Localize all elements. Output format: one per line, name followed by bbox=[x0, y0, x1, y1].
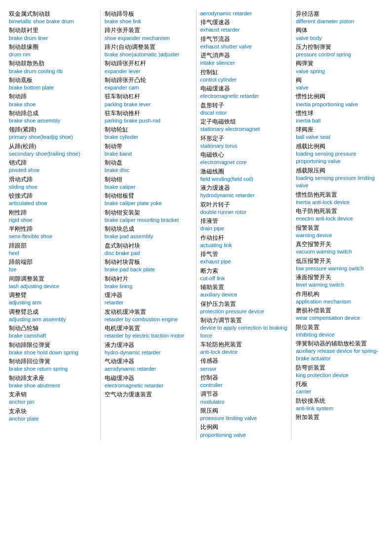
entry-english: sliding shoe bbox=[9, 183, 96, 191]
entry-english: exhaust retarder bbox=[200, 26, 288, 34]
entry-english: sensor bbox=[200, 365, 288, 373]
list-item: 电子防抱死装置eoectro anti-lock device bbox=[296, 207, 383, 222]
entry-chinese: 制动底板 bbox=[9, 76, 96, 84]
entry-english: inertia ball bbox=[296, 117, 383, 125]
list-item: 铰接式蹄articulated shoe bbox=[9, 192, 96, 207]
list-item: 制动鼓散热肋brake drum cooling rib bbox=[9, 59, 96, 75]
list-item: 制动盘brake disc bbox=[105, 159, 192, 174]
entry-chinese: 刚性蹄 bbox=[9, 209, 96, 216]
entry-english: hydro-dynamic retarder bbox=[105, 349, 192, 356]
entry-english: exhaust pipe bbox=[200, 258, 288, 265]
entry-english: brake shoe link bbox=[105, 18, 192, 25]
list-item: 制动蹄张开杠杆expander lever bbox=[105, 59, 192, 75]
entry-english: disc brake pad bbox=[105, 250, 192, 257]
entry-chinese: 滑动式蹄 bbox=[9, 175, 96, 183]
entry-english: brake shoe abutment bbox=[9, 382, 96, 389]
list-item: 制动蹄限位弹簧brake shoe hold down spring bbox=[9, 341, 96, 356]
entry-chinese: 制动蹄张开凸轮 bbox=[105, 76, 192, 84]
list-item: 半刚性蹄semi-flexible shoe bbox=[9, 225, 96, 240]
list-item: 真空报警开关vacuum warning switch bbox=[296, 240, 383, 256]
list-item: 排液管drain pipe bbox=[200, 217, 288, 232]
entry-english: control cylinder bbox=[200, 76, 288, 84]
entry-english: carrier bbox=[296, 388, 383, 395]
entry-chinese: 制动钳安装架 bbox=[105, 209, 192, 216]
entry-chinese: 定子电磁铁组 bbox=[200, 118, 288, 126]
entry-english: brake bottom plate bbox=[9, 84, 96, 91]
list-item: 领蹄(紧蹄)primary shoe(leadjig shoe) bbox=[9, 126, 96, 141]
entry-chinese: 真空报警开关 bbox=[296, 240, 383, 248]
entry-chinese: 排气节流器 bbox=[200, 35, 288, 43]
list-item: 电机缓冲装置retarder by electric traction moto… bbox=[105, 324, 192, 340]
entry-chinese: 制动轮缸 bbox=[105, 126, 192, 133]
list-item: 支承销anchor pin bbox=[9, 390, 96, 406]
entry-english: loading sensing pressure limiting valve bbox=[296, 174, 383, 190]
list-item: 气动缓冲器aerodynamic retarder bbox=[105, 357, 192, 373]
entry-chinese: 双金属式制动鼓 bbox=[9, 10, 96, 18]
entry-chinese: 制动蹄限位弹簧 bbox=[9, 341, 96, 349]
entry-chinese: 惯性球 bbox=[296, 109, 383, 117]
list-item: 限压阀proessure limiting valve bbox=[200, 407, 288, 422]
entry-chinese: 领蹄(紧蹄) bbox=[9, 126, 96, 133]
list-item: 空气动力缓速装置 bbox=[105, 390, 192, 398]
list-item: 制动带brake band bbox=[105, 142, 192, 158]
list-item: 蹄片(自动)调整装置brake shoe(automatic )adjuster bbox=[105, 43, 192, 58]
list-item: 调整臂总成adjusting arm assembly bbox=[9, 308, 96, 323]
entry-english: discal rotor bbox=[200, 109, 288, 117]
entry-english: valve body bbox=[296, 35, 383, 42]
entry-english: inertia anti-lock device bbox=[296, 199, 383, 206]
entry-english: device to apply correction to braking fo… bbox=[200, 324, 288, 340]
entry-chinese: 惯性防抱死装置 bbox=[296, 191, 383, 199]
entry-chinese: 球阀座 bbox=[296, 126, 383, 133]
entry-english: brake shoe bbox=[9, 101, 96, 108]
list-item: 制动鼓衬里brake drum liner bbox=[9, 26, 96, 42]
entry-english: valve spring bbox=[296, 68, 383, 75]
list-item: 控制缸control cylinder bbox=[200, 68, 288, 84]
entry-chinese: 限压阀 bbox=[200, 407, 288, 415]
list-item: 防铰接系统anti-link system bbox=[296, 397, 383, 412]
list-item: 滑动式蹄sliding shoe bbox=[9, 175, 96, 191]
entry-english: retarder bbox=[105, 299, 192, 306]
column-4: 异径活塞different diameter piston阀体valve bod… bbox=[292, 10, 387, 440]
entry-english: pressure control spring bbox=[296, 51, 383, 58]
entry-chinese: 感载限压阀 bbox=[296, 167, 383, 174]
entry-chinese: 调节器 bbox=[200, 390, 288, 398]
entry-english: brake shoe hold down spring bbox=[9, 349, 96, 356]
entry-chinese: 辅助装置 bbox=[200, 283, 288, 291]
entry-english: brake drum liner bbox=[9, 35, 96, 42]
entry-chinese: 弹簧制动器的辅助放松装置 bbox=[296, 340, 383, 347]
entry-english: retarder by electric traction motor bbox=[105, 332, 192, 340]
entry-english: adjusting arm bbox=[9, 299, 96, 306]
list-item: 排气管exhaust pipe bbox=[200, 250, 288, 265]
entry-english: expander lever bbox=[105, 68, 192, 75]
entry-english: vacuum warning switch bbox=[296, 248, 383, 256]
entry-chinese: 液力缓速器 bbox=[200, 184, 288, 192]
entry-chinese: 制动鼓散热肋 bbox=[9, 59, 96, 67]
list-item: 阀体valve body bbox=[296, 26, 383, 42]
entry-english: rigid shoe bbox=[9, 216, 96, 224]
entry-chinese: 制动蹄回位弹簧 bbox=[9, 357, 96, 365]
list-item: 异径活塞different diameter piston bbox=[296, 10, 383, 25]
entry-chinese: 排液管 bbox=[200, 217, 288, 225]
list-item: 蹄前端部toe bbox=[9, 258, 96, 273]
entry-english: brake cylinder bbox=[105, 133, 192, 141]
entry-chinese: 制动盘 bbox=[105, 159, 192, 167]
entry-chinese: 阀体 bbox=[296, 26, 383, 34]
column-3: aerodynamic retarder排气缓速器exhaust retarde… bbox=[196, 10, 292, 440]
entry-chinese: 保护压力装置 bbox=[200, 300, 288, 308]
entry-english: double runner rotor bbox=[200, 209, 288, 216]
list-item: 排气节流器exhaust shutter valve bbox=[200, 35, 288, 50]
entry-english: shoe expander mechanism bbox=[105, 35, 192, 42]
list-item: 传感器sensor bbox=[200, 357, 288, 372]
entry-chinese: 作用机构 bbox=[296, 290, 383, 298]
entry-english: application mechanism bbox=[296, 298, 383, 305]
list-item: 制动鼓缘圈drum rim bbox=[9, 43, 96, 58]
list-item: 排气缓速器exhaust retarder bbox=[200, 18, 288, 34]
list-item: 比例阀proportioning valve bbox=[200, 423, 288, 438]
list-item: 制动钳板臂brake caliper plate yoke bbox=[105, 192, 192, 207]
entry-chinese: 阀弹簧 bbox=[296, 59, 383, 67]
entry-english: brake caliper mounting bracket bbox=[105, 216, 192, 224]
list-item: 低压报警开关low pressure warning switch bbox=[296, 257, 383, 272]
entry-english: toe bbox=[9, 266, 96, 273]
entry-chinese: 制动块总成 bbox=[105, 225, 192, 233]
entry-chinese: 托板 bbox=[296, 380, 383, 388]
